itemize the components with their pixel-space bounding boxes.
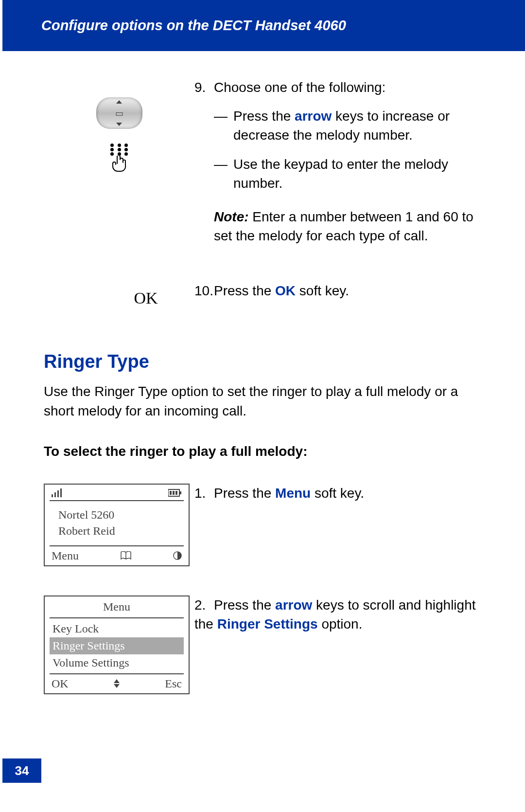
- keypad-dots-icon: [110, 144, 128, 156]
- lcd-home-screen: Nortel 5260 Robert Reid Menu: [44, 484, 194, 566]
- svg-rect-8: [175, 491, 177, 495]
- step-9-bullet-1: — Press the arrow keys to increase or de…: [194, 107, 486, 144]
- up-down-arrows-icon: [114, 679, 120, 688]
- svg-rect-2: [57, 490, 59, 497]
- arrow-down-icon: [114, 684, 120, 688]
- contrast-icon: [173, 551, 182, 560]
- softkey-menu: Menu: [52, 549, 79, 562]
- arrow-up-icon: [114, 679, 120, 683]
- proc-step-2-number: 2.: [194, 595, 214, 614]
- lcd-status-bar: [50, 488, 184, 497]
- lcd-softkey-bar: Menu: [50, 549, 184, 562]
- dash-icon: —: [214, 155, 233, 193]
- svg-rect-6: [170, 491, 172, 495]
- divider-icon: [50, 545, 184, 546]
- step-9-bullet-1-text: Press the arrow keys to increase or decr…: [233, 107, 486, 144]
- divider-icon: [50, 617, 184, 618]
- step-10-text: 10.Press the OK soft key.: [194, 274, 486, 300]
- rocker-arrow-down-icon: [116, 123, 122, 126]
- lcd-screen-menu: Menu Key Lock Ringer Settings Volume Set…: [44, 595, 190, 694]
- content-area: ▭ 9.Choose one of the following:: [44, 73, 486, 694]
- rocker-key-icon: ▭: [96, 97, 142, 129]
- rocker-book-icon: ▭: [115, 109, 123, 118]
- page-number: 34: [2, 758, 41, 783]
- svg-rect-0: [52, 494, 53, 497]
- arrow-keyword: arrow: [275, 597, 312, 613]
- hand-icon: [110, 156, 128, 172]
- ok-keyword: OK: [275, 283, 296, 298]
- page: Configure options on the DECT Handset 40…: [0, 0, 525, 812]
- arrow-keyword: arrow: [295, 108, 332, 124]
- dash-icon: —: [214, 107, 233, 144]
- step-9-graphics: ▭: [44, 78, 194, 172]
- header-bar: Configure options on the DECT Handset 40…: [2, 0, 525, 51]
- svg-rect-1: [54, 492, 56, 497]
- note-label: Note:: [214, 209, 249, 224]
- section-subheading: To select the ringer to play a full melo…: [44, 444, 486, 459]
- step-10-row: OK 10.Press the OK soft key.: [44, 274, 486, 307]
- step-9-bullet-2-text: Use the keypad to enter the melody numbe…: [233, 155, 486, 193]
- signal-icon: [52, 488, 63, 497]
- lcd-menu-title: Menu: [50, 600, 184, 614]
- divider-icon: [50, 673, 184, 674]
- divider-icon: [50, 500, 184, 501]
- softkey-esc: Esc: [165, 677, 182, 690]
- menu-keyword: Menu: [275, 486, 311, 501]
- step-9-number: 9.: [194, 78, 214, 97]
- proc-step-1-text: 1.Press the Menu soft key.: [194, 484, 486, 503]
- svg-rect-7: [173, 491, 175, 495]
- step-9-text: 9.Choose one of the following: — Press t…: [194, 78, 486, 245]
- proc-step-1-number: 1.: [194, 484, 214, 503]
- ok-softkey-label: OK: [44, 284, 194, 307]
- menu-item-volume-settings: Volume Settings: [50, 654, 184, 671]
- lcd-menu-screen: Menu Key Lock Ringer Settings Volume Set…: [44, 595, 194, 694]
- lcd-network-name: Nortel 5260: [58, 507, 175, 523]
- rocker-arrow-up-icon: [116, 100, 122, 104]
- step-9-row: ▭ 9.Choose one of the following:: [44, 78, 486, 245]
- header-title: Configure options on the DECT Handset 40…: [41, 18, 346, 34]
- proc-step-1-row: Nortel 5260 Robert Reid Menu: [44, 484, 486, 566]
- book-open-icon: [121, 551, 131, 560]
- step-9-note: Note: Enter a number between 1 and 60 to…: [194, 207, 486, 245]
- svg-rect-5: [179, 491, 181, 494]
- lcd-user-name: Robert Reid: [58, 523, 175, 540]
- step-9-lead-text: Choose one of the following:: [214, 80, 385, 95]
- ringer-settings-keyword: Ringer Settings: [217, 616, 318, 632]
- svg-rect-3: [60, 488, 62, 497]
- battery-icon: [168, 489, 182, 497]
- step-9-bullet-2: — Use the keypad to enter the melody num…: [194, 155, 486, 193]
- note-text: Enter a number between 1 and 60 to set t…: [214, 209, 473, 243]
- page-number-value: 34: [15, 763, 29, 778]
- keypad-hand-icon: [107, 144, 131, 172]
- step-9-lead: 9.Choose one of the following:: [194, 78, 486, 97]
- softkey-ok: OK: [52, 677, 69, 690]
- step-10-number: 10.: [194, 281, 214, 300]
- step-10-graphic: OK: [44, 274, 194, 307]
- menu-item-key-lock: Key Lock: [50, 620, 184, 637]
- menu-item-ringer-settings: Ringer Settings: [50, 637, 184, 654]
- proc-step-2-row: Menu Key Lock Ringer Settings Volume Set…: [44, 595, 486, 694]
- section-heading-ringer-type: Ringer Type: [44, 351, 486, 372]
- lcd-softkey-bar: OK Esc: [50, 677, 184, 690]
- section-body: Use the Ringer Type option to set the ri…: [44, 382, 486, 420]
- lcd-home-content: Nortel 5260 Robert Reid: [50, 507, 184, 540]
- lcd-screen-home: Nortel 5260 Robert Reid Menu: [44, 484, 190, 566]
- proc-step-2-text: 2.Press the arrow keys to scroll and hig…: [194, 595, 486, 633]
